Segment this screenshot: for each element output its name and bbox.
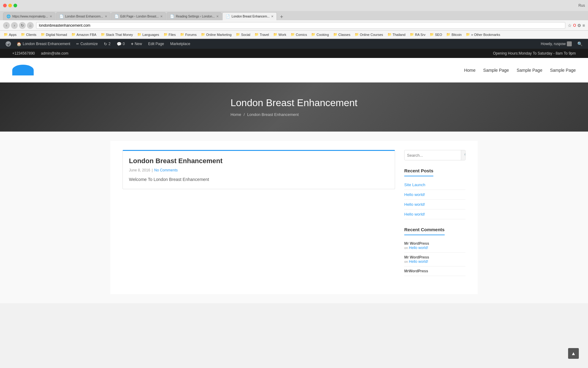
article-excerpt: Welcome To London Breast Enhancement — [129, 176, 389, 183]
bookmark-other[interactable]: 📁 » Other Bookmarks — [465, 32, 501, 37]
nav-sample-3[interactable]: Sample Page — [550, 66, 576, 74]
bookmark-apps[interactable]: 📁 Apps — [2, 32, 18, 37]
menu-icon[interactable]: ≡ — [582, 23, 585, 28]
bookmark-work[interactable]: 📁 Work — [272, 32, 287, 37]
tab-close-icon[interactable]: ✕ — [105, 15, 107, 18]
tab-close-icon[interactable]: ✕ — [216, 15, 219, 18]
close-button[interactable] — [3, 4, 7, 7]
folder-icon: 📁 — [236, 33, 240, 36]
tab-lbe2[interactable]: 📄 London Breast Enhancem... ✕ — [222, 12, 277, 20]
new-tab-button[interactable]: + — [277, 14, 286, 20]
meta-separator: | — [152, 168, 153, 172]
reload-button[interactable]: ↻ — [19, 22, 26, 29]
comment-author-3: MrWordPress — [404, 269, 466, 273]
bookmark-files[interactable]: 📁 Files — [162, 32, 177, 37]
address-input[interactable] — [36, 22, 565, 29]
folder-icon: 📁 — [4, 33, 8, 36]
folder-icon: 📁 — [410, 33, 414, 36]
bookmark-online-marketing[interactable]: 📁 Online Marketing — [200, 32, 233, 37]
comment-link-1[interactable]: Hello world! — [409, 246, 428, 250]
search-button[interactable]: 🔍 — [461, 150, 466, 160]
folder-icon: 📁 — [180, 33, 184, 36]
folder-icon: 📁 — [201, 33, 205, 36]
recent-post-hello-2[interactable]: Hello world! — [404, 200, 466, 209]
site-topbar: +1234567890 admin@site.com Opening Hours… — [0, 49, 588, 58]
wp-admin-edit-page[interactable]: Edit Page — [145, 39, 167, 49]
nav-home[interactable]: Home — [464, 66, 475, 74]
user-label: Rus — [579, 3, 585, 8]
breadcrumb: Home / London Breast Enhancement — [231, 112, 358, 117]
bookmark-amazon-fba[interactable]: 📁 Amazon FBA — [70, 32, 98, 37]
opera-icon: O — [573, 23, 576, 28]
customize-icon: ✏ — [76, 42, 79, 46]
search-input[interactable] — [405, 151, 461, 160]
recent-post-hello-3[interactable]: Hello world! — [404, 209, 466, 219]
nav-sample-1[interactable]: Sample Page — [483, 66, 509, 74]
site-logo[interactable] — [12, 64, 37, 76]
wp-admin-updates[interactable]: ↻ 2 — [101, 39, 114, 49]
bookmark-thailand[interactable]: 📁 Thailand — [386, 32, 407, 37]
home-button[interactable]: ⌂ — [27, 22, 34, 29]
address-bar: ‹ › ↻ ⌂ ☆ O ⚙ ≡ — [0, 20, 588, 31]
wp-admin-customize[interactable]: ✏ Customize — [73, 39, 101, 49]
sidebar: 🔍 Recent Posts Site Launch Hello world! … — [404, 150, 466, 285]
back-button[interactable]: ‹ — [3, 22, 10, 29]
comment-link-2[interactable]: Hello world! — [409, 259, 428, 264]
recent-post-hello-1[interactable]: Hello world! — [404, 190, 466, 200]
wp-admin-marketplace[interactable]: Marketplace — [167, 39, 193, 49]
bookmark-languages[interactable]: 📁 Languages — [136, 32, 160, 37]
tab-lbe1[interactable]: 📄 London Breast Enhancem... ✕ — [56, 12, 111, 20]
minimize-button[interactable] — [8, 4, 12, 7]
howdy-section[interactable]: Howdy, ruspow — [538, 41, 575, 46]
breadcrumb-home[interactable]: Home — [231, 112, 241, 117]
recent-post-site-launch[interactable]: Site Launch — [404, 180, 466, 190]
tab-mojo[interactable]: 🌐 https://www.mojomaketp... ✕ — [3, 12, 55, 20]
comment-on-2: on Hello world! — [404, 259, 466, 264]
bookmark-travel[interactable]: 📁 Travel — [253, 32, 270, 37]
wp-admin-new[interactable]: + New — [128, 39, 145, 49]
marketplace-label: Marketplace — [170, 42, 190, 46]
bookmark-clients[interactable]: 📁 Clients — [20, 32, 38, 37]
tab-label: Reading Settings ‹ London... — [176, 15, 215, 18]
site-nav: Home Sample Page Sample Page Sample Page — [464, 66, 576, 74]
bookmark-ra-srv[interactable]: 📁 RA Srv — [409, 32, 427, 37]
tab-reading[interactable]: 📄 Reading Settings ‹ London... ✕ — [167, 12, 222, 20]
folder-icon: 📁 — [387, 33, 392, 36]
bookmark-cooking[interactable]: 📁 Cooking — [310, 32, 330, 37]
forward-button[interactable]: › — [11, 22, 18, 29]
bookmark-digital-nomad[interactable]: 📁 Digital Nomad — [40, 32, 68, 37]
admin-search-icon[interactable]: 🔍 — [575, 41, 585, 46]
extension-icon[interactable]: ⚙ — [577, 23, 581, 28]
tab-label: Edit Page ‹ London Breast... — [120, 15, 159, 18]
bookmark-classes[interactable]: 📁 Classes — [332, 32, 352, 37]
wp-admin-comments[interactable]: 💬 0 — [114, 39, 128, 49]
wp-logo-button[interactable] — [3, 39, 13, 49]
bookmark-bitcoin[interactable]: 📁 Bitcoin — [445, 32, 463, 37]
hero-title: London Breast Enhancement — [231, 97, 358, 109]
bookmark-online-courses[interactable]: 📁 Online Courses — [353, 32, 384, 37]
bookmark-comics[interactable]: 📁 Comics — [289, 32, 308, 37]
article-meta: June 8, 2016 | No Comments — [129, 168, 389, 172]
maximize-button[interactable] — [13, 4, 17, 7]
wp-admin-site-name[interactable]: 🏠 London Breast Enhancement — [13, 39, 73, 49]
tab-edit[interactable]: 📄 Edit Page ‹ London Breast... ✕ — [111, 12, 166, 20]
tab-label: London Breast Enhancem... — [232, 15, 270, 18]
bookmark-social[interactable]: 📁 Social — [235, 32, 251, 37]
bookmark-forums[interactable]: 📁 Forums — [179, 32, 198, 37]
nav-sample-2[interactable]: Sample Page — [517, 66, 542, 74]
tab-close-icon[interactable]: ✕ — [271, 15, 273, 18]
search-icon: 🔍 — [464, 153, 466, 158]
tab-close-icon[interactable]: ✕ — [50, 15, 52, 18]
browser-chrome: Rus 🌐 https://www.mojomaketp... ✕ 📄 Lond… — [0, 0, 588, 39]
recent-posts-title: Recent Posts — [404, 168, 433, 176]
tab-close-icon[interactable]: ✕ — [160, 15, 163, 18]
star-icon[interactable]: ☆ — [568, 23, 572, 28]
comment-item-2: Mr WordPress on Hello world! — [404, 253, 466, 266]
browser-toolbar-icons: ☆ O ⚙ ≡ — [568, 23, 585, 28]
main-content-wrapper: London Breast Enhancement June 8, 2016 |… — [110, 141, 478, 294]
bookmark-stack-that-money[interactable]: 📁 Stack That Money — [100, 32, 134, 37]
article-comments[interactable]: No Comments — [154, 168, 178, 172]
folder-icon: 📁 — [41, 33, 45, 36]
folder-icon: 📁 — [254, 33, 259, 36]
bookmark-seo[interactable]: 📁 SEO — [428, 32, 443, 37]
